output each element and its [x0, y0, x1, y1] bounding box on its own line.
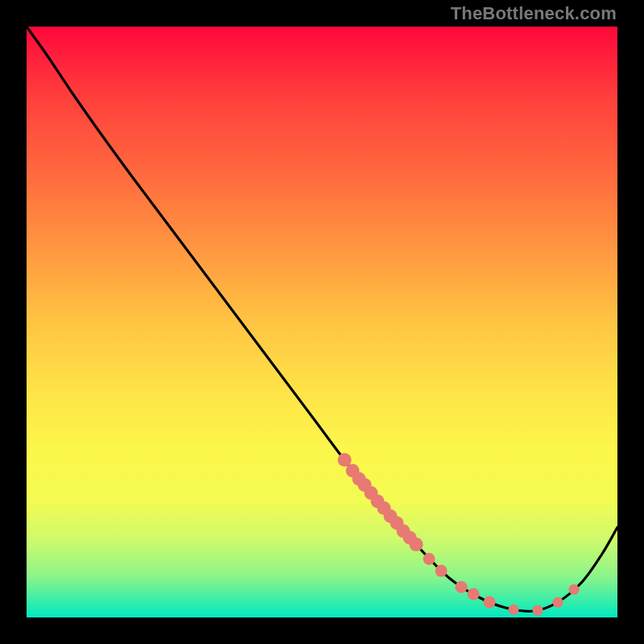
curve-dot: [484, 597, 496, 609]
curve-dot: [509, 605, 519, 615]
curve-dots: [338, 453, 580, 616]
curve-dot: [533, 605, 543, 616]
watermark-text: TheBottleneck.com: [451, 3, 617, 24]
curve-dot: [456, 581, 468, 593]
bottleneck-curve: [27, 27, 617, 611]
curve-dot: [468, 588, 480, 601]
curve-dot: [436, 565, 448, 577]
chart-stage: TheBottleneck.com: [0, 0, 644, 644]
chart-svg: [27, 27, 617, 617]
plot-area: [27, 27, 617, 617]
curve-dot: [569, 584, 580, 595]
curve-dot: [423, 553, 436, 565]
curve-dot: [410, 538, 423, 551]
curve-dot: [553, 597, 564, 608]
